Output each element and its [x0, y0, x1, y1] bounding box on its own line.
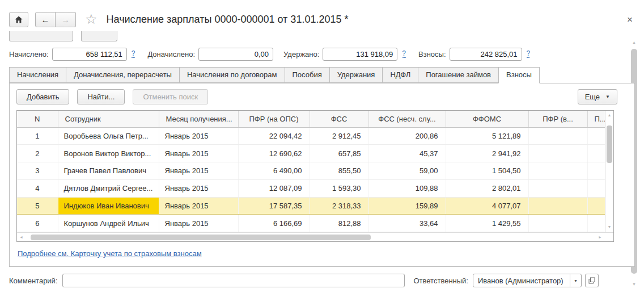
- cell-month[interactable]: Январь 2015: [159, 179, 238, 197]
- tab-nachisleniya[interactable]: Начисления: [9, 67, 66, 83]
- home-button[interactable]: [9, 12, 28, 27]
- cell-employee[interactable]: Грачев Павел Павлович: [58, 162, 159, 180]
- cell-employee[interactable]: Воробьева Ольга Петр...: [58, 127, 159, 145]
- cell-p[interactable]: [587, 179, 605, 197]
- cell-pfr-ops[interactable]: 6 166,69: [238, 215, 310, 232]
- tab-donachisleniya[interactable]: Доначисления, перерасчеты: [66, 67, 180, 83]
- cell-pfr-v[interactable]: [528, 162, 587, 180]
- accrued-help-link[interactable]: ?: [132, 50, 135, 58]
- cell-ffoms[interactable]: 2 802,01: [446, 179, 528, 197]
- tab-ndfl[interactable]: НДФЛ: [382, 67, 418, 83]
- cell-n[interactable]: 3: [17, 162, 58, 180]
- column-header-pfr-v[interactable]: ПФР (в...: [528, 111, 587, 127]
- column-header-ffoms[interactable]: ФФОМС: [446, 111, 528, 127]
- cell-n[interactable]: 1: [17, 127, 58, 145]
- cell-fss-ns[interactable]: 33,64: [368, 215, 446, 232]
- column-header-n[interactable]: N: [17, 111, 58, 127]
- favorite-star-icon[interactable]: ☆: [85, 12, 98, 26]
- cell-ffoms[interactable]: 2 941,92: [446, 145, 528, 162]
- cancel-search-button[interactable]: Отменить поиск: [133, 89, 208, 104]
- forward-button[interactable]: →: [56, 12, 76, 27]
- cell-employee[interactable]: Воронов Виктор Виктор...: [58, 145, 159, 162]
- cell-employee-current[interactable]: Индюков Иван Иванович: [58, 197, 159, 215]
- cell-month[interactable]: Январь 2015: [159, 162, 238, 180]
- tab-nachisleniya-po-dogovoram[interactable]: Начисления по договорам: [179, 67, 285, 83]
- cell-pfr-v[interactable]: [528, 127, 587, 145]
- cell-month[interactable]: Январь 2015: [159, 215, 238, 232]
- column-header-month[interactable]: Месяц получения...: [159, 111, 238, 127]
- scroll-up-icon[interactable]: ▲: [605, 112, 613, 118]
- clipped-button-2[interactable]: [81, 31, 117, 41]
- table-row[interactable]: 2 Воронов Виктор Виктор... Январь 2015 1…: [17, 145, 605, 162]
- cell-pfr-v[interactable]: [528, 197, 587, 215]
- column-header-employee[interactable]: Сотрудник: [58, 111, 159, 127]
- cell-fss-ns[interactable]: 59,00: [368, 162, 446, 180]
- cell-pfr-ops[interactable]: 17 587,35: [238, 197, 310, 215]
- vertical-scrollbar-thumb[interactable]: [607, 125, 612, 163]
- tab-pogashenie-zaymov[interactable]: Погашение займов: [418, 67, 499, 83]
- cell-fss-ns[interactable]: 45,37: [368, 145, 446, 162]
- table-row[interactable]: 3 Грачев Павел Павлович Январь 2015 6 49…: [17, 162, 605, 180]
- contributions-field[interactable]: [450, 48, 522, 61]
- cell-fss-ns[interactable]: 200,86: [368, 127, 446, 145]
- cell-p[interactable]: [587, 215, 605, 232]
- contributions-help-link[interactable]: ?: [527, 50, 531, 58]
- cell-fss[interactable]: 2 912,45: [310, 127, 368, 145]
- cell-fss[interactable]: 2 318,33: [310, 197, 368, 215]
- cell-pfr-ops[interactable]: 22 094,42: [238, 127, 310, 145]
- comment-field[interactable]: [62, 274, 405, 287]
- table-vertical-scrollbar[interactable]: ▲ ▼: [605, 111, 613, 232]
- column-header-pfr-ops[interactable]: ПФР (на ОПС): [238, 111, 310, 127]
- cell-n[interactable]: 6: [17, 215, 58, 232]
- cell-pfr-v[interactable]: [528, 215, 587, 232]
- table-row-selected[interactable]: 5 Индюков Иван Иванович Январь 2015 17 5…: [17, 197, 605, 215]
- find-button[interactable]: Найти...: [77, 89, 125, 104]
- cell-n[interactable]: 5: [17, 197, 58, 215]
- back-button[interactable]: ←: [35, 12, 56, 27]
- table-row[interactable]: 6 Коршунов Андрей Ильич Январь 2015 6 16…: [17, 215, 605, 232]
- cell-pfr-ops[interactable]: 6 490,00: [238, 162, 310, 180]
- clipped-button-1[interactable]: [9, 31, 73, 41]
- cell-pfr-ops[interactable]: 12 087,09: [238, 179, 310, 197]
- cell-ffoms[interactable]: 1 504,50: [446, 162, 528, 180]
- scroll-right-icon[interactable]: ►: [598, 233, 602, 241]
- cell-employee[interactable]: Дятлов Дмитрий Сергее...: [58, 179, 159, 197]
- responsible-combobox[interactable]: Иванов (Администратор) ▼: [473, 274, 582, 287]
- cell-p[interactable]: [587, 197, 605, 215]
- cell-fss-ns[interactable]: 109,88: [368, 179, 446, 197]
- tab-uderzhaniya[interactable]: Удержания: [329, 67, 383, 83]
- close-icon[interactable]: ×: [625, 14, 635, 26]
- cell-month[interactable]: Январь 2015: [159, 145, 238, 162]
- cell-fss[interactable]: 855,50: [310, 162, 368, 180]
- withheld-help-link[interactable]: ?: [402, 50, 406, 58]
- cell-month[interactable]: Январь 2015: [159, 197, 238, 215]
- column-header-p[interactable]: П...: [587, 111, 605, 127]
- more-button[interactable]: Еще ▼: [578, 89, 617, 104]
- column-header-fss-ns[interactable]: ФСС (несч. слу...: [368, 111, 446, 127]
- cell-pfr-v[interactable]: [528, 145, 587, 162]
- scroll-down-icon[interactable]: ▼: [605, 224, 613, 230]
- cell-pfr-ops[interactable]: 12 690,62: [238, 145, 310, 162]
- table-row[interactable]: 4 Дятлов Дмитрий Сергее... Январь 2015 1…: [17, 179, 605, 197]
- table-row[interactable]: 1 Воробьева Ольга Петр... Январь 2015 22…: [17, 127, 605, 145]
- cell-fss[interactable]: 1 593,30: [310, 179, 368, 197]
- open-responsible-button[interactable]: [585, 274, 599, 287]
- add-button[interactable]: Добавить: [16, 89, 69, 104]
- cell-n[interactable]: 4: [17, 179, 58, 197]
- scroll-down-icon[interactable]: ▼: [630, 282, 638, 287]
- tab-vznosy[interactable]: Взносы: [498, 67, 540, 83]
- cell-p[interactable]: [587, 145, 605, 162]
- cell-fss[interactable]: 812,88: [310, 215, 368, 232]
- cell-pfr-v[interactable]: [528, 179, 587, 197]
- cell-p[interactable]: [587, 162, 605, 180]
- accrued-field[interactable]: [52, 48, 127, 61]
- cell-ffoms[interactable]: 4 077,07: [446, 197, 528, 215]
- cell-fss[interactable]: 657,85: [310, 145, 368, 162]
- column-header-fss[interactable]: ФСС: [310, 111, 368, 127]
- cell-p[interactable]: [587, 127, 605, 145]
- cell-fss-ns[interactable]: 159,89: [368, 197, 446, 215]
- cell-ffoms[interactable]: 1 429,55: [446, 215, 528, 232]
- cell-month[interactable]: Январь 2015: [159, 127, 238, 145]
- cell-ffoms[interactable]: 5 121,89: [446, 127, 528, 145]
- horizontal-scrollbar-thumb[interactable]: [31, 235, 371, 240]
